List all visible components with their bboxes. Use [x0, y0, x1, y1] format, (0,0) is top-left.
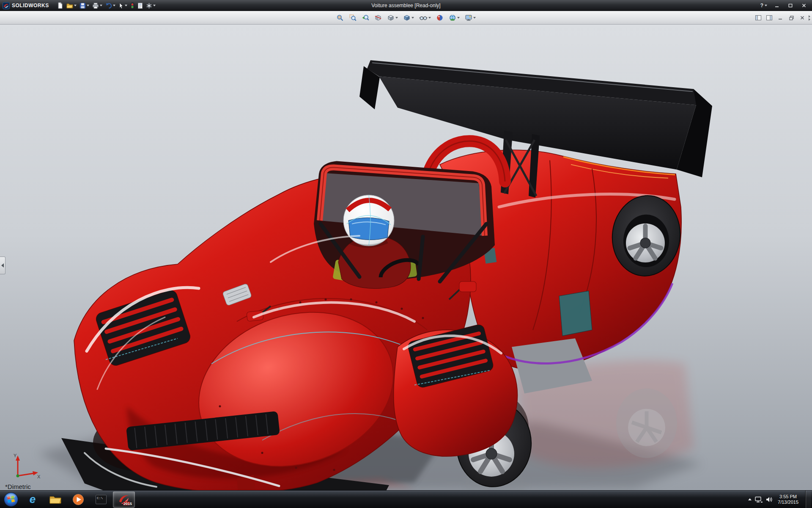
heads-up-toolbar-row	[0, 11, 812, 25]
display-style-caret[interactable]	[411, 17, 414, 19]
view-settings-caret[interactable]	[473, 17, 476, 19]
minimize-icon	[775, 3, 779, 8]
options-gear-icon	[146, 3, 152, 9]
save-icon	[80, 3, 86, 9]
graphics-area[interactable]: *Dimetric Y X	[0, 25, 812, 490]
windows-start-icon	[3, 492, 19, 507]
section-view-button[interactable]	[372, 12, 384, 23]
apply-scene-icon	[449, 14, 456, 22]
doc-restore-button[interactable]	[787, 14, 796, 22]
flyout-arrow-icon	[1, 263, 4, 268]
feature-pane-toggle-button[interactable]	[754, 14, 763, 22]
edit-appearance-button[interactable]	[434, 12, 446, 23]
options-dropdown-caret[interactable]	[153, 5, 156, 6]
zoom-to-fit-button[interactable]	[334, 12, 346, 23]
window-title: Voiture assemblee [Read-only]	[371, 3, 440, 8]
system-tray: 3:55 PM 7/13/2015	[748, 491, 812, 508]
reference-triad: Y X	[10, 451, 42, 483]
display-style-button[interactable]	[401, 12, 416, 23]
windows-taskbar: e C:\ 2015	[0, 490, 812, 508]
save-dropdown-caret[interactable]	[87, 5, 89, 6]
undo-button[interactable]	[104, 1, 117, 10]
command-prompt-icon: C:\	[96, 495, 107, 504]
print-dropdown-caret[interactable]	[100, 5, 102, 6]
rebuild-traffic-light-icon	[130, 3, 134, 9]
open-button[interactable]	[65, 1, 78, 10]
quick-access-toolbar	[56, 1, 157, 10]
feature-pane-icon	[755, 15, 761, 20]
zoom-to-fit-icon	[336, 14, 344, 22]
rebuild-button[interactable]	[129, 1, 136, 10]
view-orientation-icon	[387, 14, 395, 22]
triad-x-label: X	[37, 474, 41, 479]
taskbar-solidworks[interactable]: 2015	[113, 491, 135, 508]
taskbar-internet-explorer[interactable]: e	[22, 491, 44, 508]
view-orientation-label: *Dimetric	[5, 483, 31, 490]
featuremanager-flyout-tab[interactable]	[0, 257, 5, 274]
triad-y-label: Y	[14, 453, 17, 458]
close-icon	[802, 3, 806, 8]
brand-name: SOLIDWORKS	[12, 3, 49, 8]
display-style-icon	[403, 14, 411, 22]
clock-date: 7/13/2015	[778, 500, 798, 505]
solidworks-window: SOLIDWORKS	[0, 0, 812, 508]
maximize-icon	[788, 3, 793, 8]
tray-hidden-icons-arrow[interactable]	[748, 498, 752, 500]
titlebar-controls: ?	[758, 2, 810, 10]
show-desktop-button[interactable]	[805, 491, 811, 508]
maximize-button[interactable]	[784, 2, 797, 10]
print-icon	[92, 3, 99, 9]
view-orientation-caret[interactable]	[395, 17, 398, 19]
new-document-icon	[57, 2, 63, 9]
previous-view-icon	[362, 14, 369, 22]
edit-appearance-icon	[436, 14, 444, 22]
volume-icon[interactable]	[766, 496, 773, 503]
doc-close-button[interactable]	[798, 14, 807, 22]
start-button[interactable]	[3, 491, 19, 508]
select-dropdown-caret[interactable]	[125, 5, 127, 6]
save-button[interactable]	[78, 1, 91, 10]
close-button[interactable]	[798, 2, 810, 10]
3ds-logo-icon	[3, 2, 10, 9]
taskbar-media-player[interactable]	[67, 491, 89, 508]
3d-scene[interactable]	[0, 25, 812, 490]
app-titlebar: SOLIDWORKS	[0, 0, 812, 11]
doc-close-icon	[800, 16, 804, 20]
help-glyph: ?	[760, 3, 763, 8]
taskbar-windows-explorer[interactable]	[44, 491, 66, 508]
select-cursor-icon	[118, 3, 124, 9]
options-button[interactable]	[145, 1, 157, 10]
media-player-icon	[72, 494, 84, 505]
zoom-to-area-icon	[349, 14, 357, 22]
taskbar-command-prompt[interactable]: C:\	[90, 491, 112, 508]
doc-minimize-button[interactable]	[776, 14, 785, 22]
print-button[interactable]	[91, 1, 104, 10]
select-button[interactable]	[117, 1, 129, 10]
hide-show-items-button[interactable]	[417, 12, 433, 23]
undo-dropdown-caret[interactable]	[113, 5, 115, 6]
new-document-button[interactable]	[56, 1, 65, 10]
network-icon[interactable]	[755, 496, 763, 503]
apply-scene-caret[interactable]	[457, 17, 460, 19]
doc-restore-icon	[789, 16, 794, 20]
open-dropdown-caret[interactable]	[74, 5, 77, 6]
taskbar-clock[interactable]: 3:55 PM 7/13/2015	[778, 494, 798, 505]
zoom-to-area-button[interactable]	[347, 12, 359, 23]
toolbar-overflow-chevron[interactable]	[809, 15, 810, 21]
hide-show-items-caret[interactable]	[428, 17, 431, 19]
folder-icon	[49, 494, 62, 505]
view-orientation-button[interactable]	[385, 12, 400, 23]
minimize-button[interactable]	[771, 2, 783, 10]
view-settings-button[interactable]	[463, 12, 478, 23]
view-settings-icon	[465, 14, 472, 22]
help-dropdown-caret[interactable]	[765, 5, 767, 6]
undo-icon	[105, 3, 112, 8]
open-folder-icon	[66, 3, 73, 8]
internet-explorer-icon: e	[30, 493, 36, 506]
file-properties-button[interactable]	[136, 1, 144, 10]
previous-view-button[interactable]	[359, 12, 371, 23]
help-button[interactable]: ?	[758, 3, 770, 8]
display-pane-toggle-button[interactable]	[765, 14, 774, 22]
clock-time: 3:55 PM	[778, 494, 798, 500]
apply-scene-button[interactable]	[447, 12, 462, 23]
